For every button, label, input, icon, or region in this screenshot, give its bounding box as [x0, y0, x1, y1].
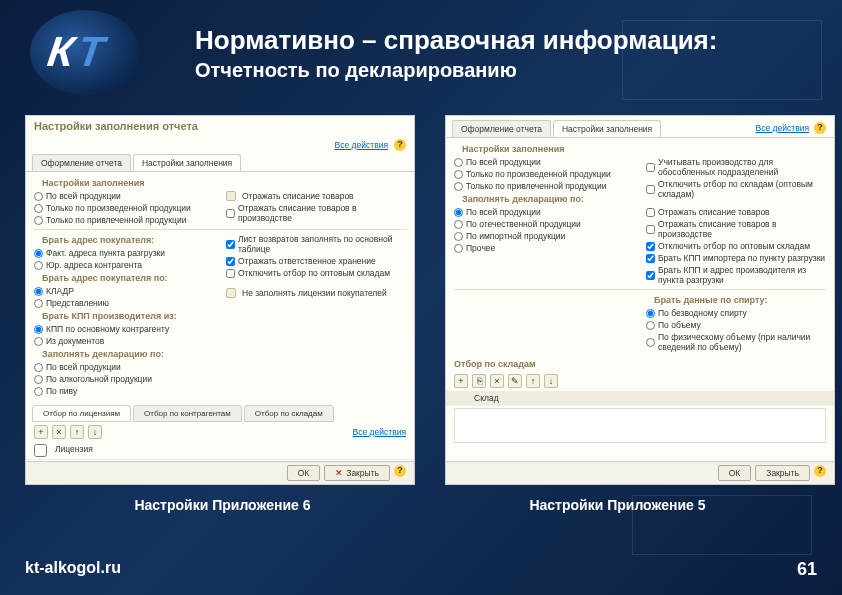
check-resp-storage[interactable]: [226, 257, 235, 266]
filter-title: Отбор по складам: [446, 357, 834, 371]
radio-decl-all[interactable]: [34, 363, 43, 372]
radio-decl-other[interactable]: [454, 244, 463, 253]
radio-kladr[interactable]: [34, 287, 43, 296]
radio-decl-alco[interactable]: [34, 375, 43, 384]
site-url: kt-alkogol.ru: [25, 559, 121, 580]
help-icon[interactable]: ?: [394, 465, 406, 477]
edit-button[interactable]: ✎: [508, 374, 522, 388]
all-actions-link2[interactable]: Все действия: [353, 427, 406, 437]
radio-decl-domestic[interactable]: [454, 220, 463, 229]
radio-all-prod[interactable]: [34, 192, 43, 201]
ok-button[interactable]: ОК: [718, 465, 752, 481]
minus-icon: [226, 288, 236, 298]
radio-jur-addr[interactable]: [34, 261, 43, 270]
section-decl: Заполнять декларацию по:: [454, 192, 634, 206]
row-check[interactable]: [34, 444, 47, 457]
tab-fill-settings[interactable]: Настройки заполнения: [133, 154, 241, 171]
subtab-warehouse[interactable]: Отбор по складам: [244, 405, 334, 422]
plus-icon: [226, 191, 236, 201]
check-disable-filter[interactable]: [226, 269, 235, 278]
col-warehouse: Склад: [474, 393, 499, 403]
radio-kpp-main[interactable]: [34, 325, 43, 334]
check-kpp-import[interactable]: [646, 254, 655, 263]
ok-button[interactable]: ОК: [287, 465, 321, 481]
radio-anhydrous[interactable]: [646, 309, 655, 318]
col-license: Лицензия: [55, 444, 93, 457]
all-actions-link[interactable]: Все действия: [753, 120, 812, 137]
down-button[interactable]: ↓: [88, 425, 102, 439]
radio-attracted[interactable]: [34, 216, 43, 225]
check-writeoff-prod[interactable]: [226, 209, 235, 218]
radio-decl-all[interactable]: [454, 208, 463, 217]
all-actions-link[interactable]: Все действия: [335, 140, 388, 150]
up-button[interactable]: ↑: [526, 374, 540, 388]
tab-design[interactable]: Оформление отчета: [452, 120, 551, 137]
slide-header: Нормативно – справочная информация: Отче…: [195, 25, 717, 82]
check-returns[interactable]: [226, 240, 235, 249]
settings-panel-6: Настройки заполнения отчета Все действия…: [25, 115, 415, 485]
page-number: 61: [797, 559, 817, 580]
copy-button[interactable]: ⎘: [472, 374, 486, 388]
help-icon[interactable]: ?: [814, 465, 826, 477]
help-icon[interactable]: ?: [814, 122, 826, 134]
delete-button[interactable]: ×: [490, 374, 504, 388]
tab-design[interactable]: Оформление отчета: [32, 154, 131, 171]
radio-produced[interactable]: [454, 170, 463, 179]
radio-attracted[interactable]: [454, 182, 463, 191]
check-writeoff-prod[interactable]: [646, 225, 655, 234]
close-button[interactable]: ✕Закрыть: [324, 465, 390, 481]
add-button[interactable]: +: [34, 425, 48, 439]
help-icon[interactable]: ?: [394, 139, 406, 151]
close-button[interactable]: Закрыть: [755, 465, 810, 481]
settings-panel-5: Оформление отчета Настройки заполнения В…: [445, 115, 835, 485]
radio-kpp-docs[interactable]: [34, 337, 43, 346]
check-subdiv[interactable]: [646, 163, 655, 172]
subtab-license[interactable]: Отбор по лицензиям: [32, 405, 131, 422]
radio-phys-volume[interactable]: [646, 338, 655, 347]
radio-fact-addr[interactable]: [34, 249, 43, 258]
section-addr: Брать адрес покупателя:: [34, 233, 214, 247]
up-button[interactable]: ↑: [70, 425, 84, 439]
logo: КТ: [30, 10, 160, 100]
radio-volume[interactable]: [646, 321, 655, 330]
section-kpp: Брать КПП производителя из:: [34, 309, 214, 323]
section-fill: Настройки заполнения: [454, 142, 826, 156]
panel-title: Настройки заполнения отчета: [26, 116, 414, 136]
radio-produced[interactable]: [34, 204, 43, 213]
radio-present[interactable]: [34, 299, 43, 308]
delete-button[interactable]: ×: [52, 425, 66, 439]
radio-all[interactable]: [454, 158, 463, 167]
section-spirit: Брать данные по спирту:: [646, 293, 826, 307]
check-kpp-addr[interactable]: [646, 271, 655, 280]
subtab-contragent[interactable]: Отбор по контрагентам: [133, 405, 242, 422]
check-writeoff[interactable]: [646, 208, 655, 217]
section-fill: Настройки заполнения: [34, 176, 406, 190]
title: Нормативно – справочная информация:: [195, 25, 717, 56]
section-addr2: Брать адрес покупателя по:: [34, 271, 214, 285]
caption-right: Настройки Приложение 5: [529, 497, 705, 513]
add-button[interactable]: +: [454, 374, 468, 388]
check-disable-opt[interactable]: [646, 242, 655, 251]
caption-left: Настройки Приложение 6: [134, 497, 310, 513]
radio-decl-beer[interactable]: [34, 387, 43, 396]
warehouse-table[interactable]: [454, 408, 826, 443]
radio-decl-import[interactable]: [454, 232, 463, 241]
check-disable-wh[interactable]: [646, 185, 655, 194]
tab-fill-settings[interactable]: Настройки заполнения: [553, 120, 661, 137]
section-decl: Заполнять декларацию по:: [34, 347, 214, 361]
down-button[interactable]: ↓: [544, 374, 558, 388]
subtitle: Отчетность по декларированию: [195, 59, 717, 82]
